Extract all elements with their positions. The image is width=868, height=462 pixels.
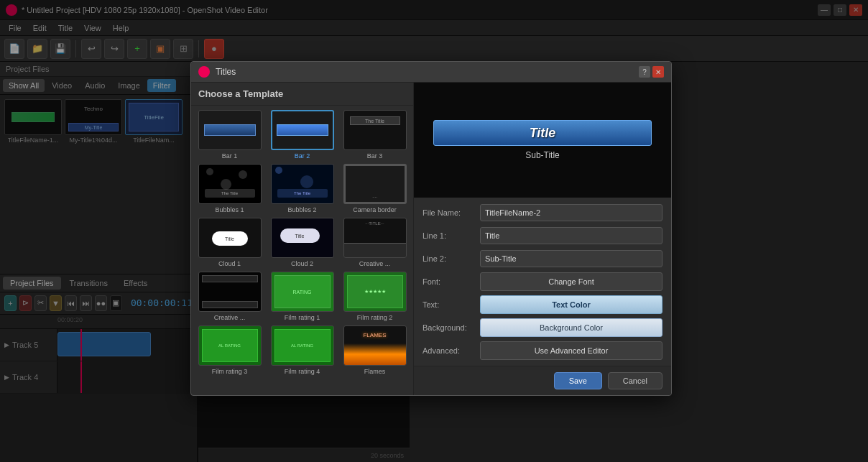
- list-item[interactable]: ···TITLE··· Creative ...: [341, 218, 409, 267]
- text-color-button[interactable]: Text Color: [480, 295, 662, 314]
- file-name-input[interactable]: [480, 204, 662, 221]
- field-row-background: Background: Background Color: [423, 318, 662, 337]
- cloud-label: Title: [212, 231, 248, 246]
- dialog-title: Titles: [216, 67, 637, 77]
- template-thumb: AL RATING: [271, 325, 334, 366]
- list-item[interactable]: Title Cloud 2: [268, 218, 336, 267]
- template-label: Bubbles 1: [195, 206, 264, 213]
- field-label-text: Text:: [423, 300, 480, 309]
- field-row-advanced: Advanced: Use Advanced Editor: [423, 341, 662, 360]
- creative-deco2: [202, 301, 258, 308]
- template-label: Film rating 1: [268, 314, 336, 321]
- creative-bar: [344, 243, 406, 257]
- template-label: Flames: [341, 368, 409, 375]
- template-label: Cloud 2: [268, 260, 336, 267]
- field-label-filename: File Name:: [423, 208, 480, 217]
- bubble: [239, 170, 247, 179]
- field-row-filename: File Name:: [423, 203, 662, 222]
- template-label: Film rating 2: [341, 314, 409, 321]
- field-row-line1: Line 1:: [423, 226, 662, 245]
- list-item[interactable]: The Title Bar 3: [341, 110, 409, 160]
- template-grid-wrap: Bar 1 Bar 2 Bar 2 The Title Ba: [191, 106, 413, 395]
- template-label: Film rating 4: [268, 368, 336, 375]
- template-thumb: The Title: [198, 164, 262, 204]
- film-rating-inner: RATING: [274, 275, 331, 308]
- cloud-shape: Title: [280, 228, 320, 243]
- dialog-help-button[interactable]: ?: [639, 66, 650, 78]
- template-label: Creative ...: [341, 260, 409, 267]
- template-label: Bar 2: [268, 152, 336, 160]
- list-item[interactable]: ★★★★★ Film rating 2: [341, 272, 409, 321]
- list-item[interactable]: Bar 1: [195, 110, 264, 160]
- template-label: Film rating 3: [195, 368, 264, 375]
- advanced-editor-button[interactable]: Use Advanced Editor: [480, 341, 662, 360]
- list-item[interactable]: AL RATING Film rating 4: [268, 325, 336, 375]
- field-row-text: Text: Text Color: [423, 295, 662, 314]
- template-thumb: ···TITLE···: [343, 218, 407, 258]
- list-item[interactable]: The Title Bubbles 2: [268, 164, 336, 213]
- line1-input[interactable]: [480, 227, 662, 244]
- change-font-button[interactable]: Change Font: [480, 272, 662, 291]
- template-thumb: Bar 2: [271, 110, 334, 150]
- list-item[interactable]: The Title Bubbles 1: [195, 164, 264, 213]
- cancel-button[interactable]: Cancel: [608, 372, 662, 389]
- cloud-shape: Title: [212, 231, 248, 246]
- template-thumb: ★★★★★: [343, 272, 407, 312]
- film-rating-inner: ★★★★★: [347, 275, 403, 308]
- cloud-label: Title: [280, 228, 320, 243]
- field-label-line2: Line 2:: [423, 254, 480, 263]
- film-rating-inner: AL RATING: [274, 329, 331, 362]
- dialog-body: Choose a Template Bar 1 Bar 2 Bar 2: [191, 83, 671, 395]
- line2-input[interactable]: [480, 250, 662, 267]
- bubble: [275, 167, 282, 174]
- template-thumb: [198, 272, 262, 312]
- creative-title: ···TITLE···: [347, 221, 403, 226]
- template-chooser: Choose a Template Bar 1 Bar 2 Bar 2: [191, 83, 414, 395]
- list-item[interactable]: AL RATING Film rating 3: [195, 325, 264, 375]
- template-thumb: AL RATING: [198, 325, 262, 366]
- dialog-titlebar: Titles ? ✕: [191, 62, 671, 83]
- template-thumb: Title: [198, 218, 262, 258]
- list-item[interactable]: Bar 2 Bar 2: [268, 110, 336, 160]
- dialog-footer: Save Cancel: [414, 366, 671, 395]
- field-label-font: Font:: [423, 277, 480, 286]
- field-label-background: Background:: [423, 323, 480, 332]
- field-label-advanced: Advanced:: [423, 346, 480, 355]
- rating-text: ★★★★★: [364, 289, 386, 295]
- template-thumb: [198, 110, 262, 150]
- template-label: Bar 1: [195, 152, 264, 160]
- save-button[interactable]: Save: [554, 372, 602, 389]
- titles-dialog: Titles ? ✕ Choose a Template Bar 1 Bar 2: [190, 61, 672, 396]
- list-item[interactable]: Creative ...: [195, 272, 264, 321]
- bubble: [300, 175, 313, 188]
- template-label: Bubbles 2: [268, 206, 336, 213]
- bubbles-title: The Title: [205, 189, 255, 198]
- bubble: [221, 179, 231, 190]
- template-label: Creative ...: [195, 314, 264, 321]
- preview-title-bar: Title: [433, 120, 652, 146]
- template-thumb: The Title: [271, 164, 334, 204]
- template-label: Camera border: [341, 206, 409, 213]
- flames-title: FLAMES: [344, 332, 406, 338]
- template-thumb: ····: [343, 164, 407, 204]
- title-preview: Title Sub-Title: [414, 83, 671, 198]
- template-thumb: Title: [271, 218, 334, 258]
- camera-text: ····: [348, 195, 402, 199]
- bubbles-title: The Title: [277, 189, 328, 198]
- chooser-title: Choose a Template: [191, 83, 413, 106]
- template-thumb: RATING: [271, 272, 334, 312]
- list-item[interactable]: RATING Film rating 1: [268, 272, 336, 321]
- bar3-inner: The Title: [350, 116, 400, 125]
- dialog-icon: [198, 66, 210, 78]
- background-color-button[interactable]: Background Color: [480, 318, 662, 337]
- field-row-line2: Line 2:: [423, 249, 662, 268]
- template-thumb: The Title: [343, 110, 407, 150]
- film-rating-inner: AL RATING: [202, 329, 258, 362]
- dialog-close-button[interactable]: ✕: [652, 66, 664, 78]
- template-thumb: FLAMES: [343, 325, 407, 366]
- list-item[interactable]: ···· Camera border: [341, 164, 409, 213]
- field-label-line1: Line 1:: [423, 231, 480, 240]
- field-row-font: Font: Change Font: [423, 272, 662, 291]
- list-item[interactable]: FLAMES Flames: [341, 325, 409, 375]
- list-item[interactable]: Title Cloud 1: [195, 218, 264, 267]
